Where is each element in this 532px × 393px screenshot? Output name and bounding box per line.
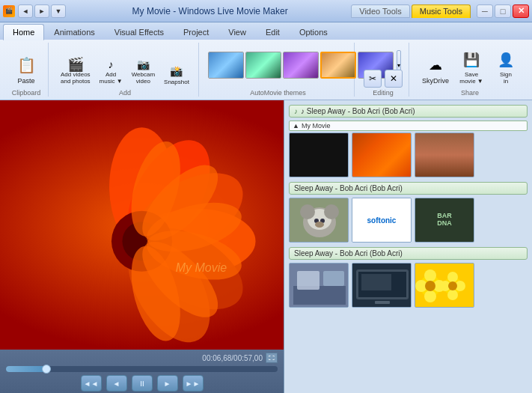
theme2-thumb[interactable] <box>245 52 281 79</box>
svg-point-34 <box>424 269 436 281</box>
close-icon: ✕ <box>518 6 525 16</box>
storyboard-section-2: Sleep Away - Bob Acri (Bob Acri) <box>289 182 528 243</box>
delete-button[interactable]: ✕ <box>385 70 403 88</box>
add-videos-button[interactable]: 🎬 Add videosand photos <box>58 55 94 88</box>
theme2-img <box>246 52 281 78</box>
forward-button[interactable]: ► <box>34 4 49 18</box>
share-group: ☁ SkyDrive 💾 Savemovie ▼ 👤 Signin Share <box>412 43 528 97</box>
dropdown-button[interactable]: ▼ <box>51 4 66 18</box>
tab-view[interactable]: View <box>218 24 256 40</box>
thumb-section3-2[interactable] <box>415 263 474 308</box>
add-music-icon: ♪ <box>103 57 118 72</box>
minimize-button[interactable]: ─ <box>477 4 493 18</box>
nav-buttons[interactable]: ◄ ► ▼ <box>18 4 66 18</box>
video-tools-tab[interactable]: Video Tools <box>351 4 409 18</box>
editing-group-label: Editing <box>373 89 394 97</box>
section2-header: Sleep Away - Bob Acri (Bob Acri) <box>289 182 528 195</box>
svg-rect-26 <box>323 271 344 286</box>
storyboard-panel[interactable]: ♪ ♪ Sleep Away - Bob Acri (Bob Acri) ▲ M… <box>284 100 532 393</box>
sign-in-button[interactable]: 👤 Signin <box>490 46 522 88</box>
webcam-button[interactable]: 📷 Webcamvideo <box>129 55 158 88</box>
save-movie-button[interactable]: 💾 Savemovie ▼ <box>456 46 487 88</box>
theme3-thumb[interactable] <box>283 52 319 79</box>
svg-point-35 <box>424 290 436 302</box>
save-movie-label: Savemovie ▼ <box>459 72 483 85</box>
music-tools-tab[interactable]: Music Tools <box>412 4 471 18</box>
minimize-icon: ─ <box>482 7 488 16</box>
clipboard-group-label: Clipboard <box>12 89 41 97</box>
section3-thumbs <box>289 263 528 308</box>
playback-buttons: ◄◄ ◄ ⏸ ► ►► <box>6 375 278 392</box>
next-frame-icon: ► <box>164 380 171 388</box>
maximize-icon: □ <box>501 7 506 16</box>
seek-handle[interactable] <box>42 365 51 374</box>
tab-options[interactable]: Options <box>290 24 337 40</box>
seek-bar[interactable] <box>6 366 278 372</box>
storyboard-section-1: ♪ ♪ Sleep Away - Bob Acri (Bob Acri) ▲ M… <box>289 105 528 177</box>
back-button[interactable]: ◄ <box>18 4 33 18</box>
paste-button[interactable]: 📋 Paste <box>10 51 42 88</box>
thumb-section2-1[interactable]: s oftonic <box>352 198 412 243</box>
thumb-section2-2[interactable]: BARDNA <box>415 198 474 243</box>
tab-animations[interactable]: Animations <box>44 24 104 40</box>
next-frame-button[interactable]: ► <box>157 375 178 392</box>
fast-forward-button[interactable]: ►► <box>183 375 204 392</box>
thumb-section1-1[interactable] <box>352 132 412 177</box>
thumb-section3-1[interactable] <box>352 263 412 308</box>
webcam-icon: 📷 <box>135 57 150 72</box>
thumb-section3-0[interactable] <box>289 263 349 308</box>
cut-button[interactable]: ✂ <box>364 70 382 88</box>
tab-home[interactable]: Home <box>3 24 44 40</box>
theme1-img <box>209 52 243 78</box>
thumb-section2-0[interactable] <box>289 198 349 243</box>
rewind-icon: ◄◄ <box>84 380 99 388</box>
window-controls[interactable]: ─ □ ✕ <box>477 4 529 18</box>
rewind-button[interactable]: ◄◄ <box>81 375 102 392</box>
preview-video[interactable]: My Movie <box>0 100 284 350</box>
share-group-label: Share <box>461 89 479 97</box>
save-movie-icon: 💾 <box>459 48 483 72</box>
svg-point-44 <box>448 281 457 290</box>
delete-icon: ✕ <box>390 73 397 84</box>
screen-svg <box>352 263 412 308</box>
maximize-button[interactable]: □ <box>495 4 511 18</box>
tab-animations-label: Animations <box>54 28 94 37</box>
share-buttons: ☁ SkyDrive 💾 Savemovie ▼ 👤 Signin <box>418 46 522 88</box>
tab-visual-effects[interactable]: Visual Effects <box>105 24 174 40</box>
tab-project[interactable]: Project <box>174 24 218 40</box>
theme4-img <box>322 53 355 77</box>
close-button[interactable]: ✕ <box>513 4 529 18</box>
tab-project-label: Project <box>183 28 209 37</box>
skydrive-button[interactable]: ☁ SkyDrive <box>418 51 453 88</box>
automovie-themes-group: ▾ AutoMovie themes <box>202 43 355 97</box>
tab-edit[interactable]: Edit <box>256 24 290 40</box>
svg-point-40 <box>447 272 458 282</box>
theme4-thumb[interactable] <box>320 52 356 79</box>
add-videos-icon: 🎬 <box>68 57 83 72</box>
ribbon-tabs[interactable]: Home Animations Visual Effects Project V… <box>0 22 532 40</box>
thumb-section1-0[interactable] <box>289 132 349 177</box>
fullscreen-button[interactable]: ⛶ <box>266 353 278 363</box>
editing-buttons: ✂ ✕ <box>364 70 403 88</box>
back-frame-button[interactable]: ◄ <box>106 375 127 392</box>
svg-point-18 <box>300 204 315 219</box>
section1-header: ♪ ♪ Sleep Away - Bob Acri (Bob Acri) <box>289 105 528 118</box>
skydrive-icon: ☁ <box>424 53 447 77</box>
back-icon: ◄ <box>22 7 29 15</box>
preview-watermark: My Movie <box>176 261 227 275</box>
snapshot-button[interactable]: 📸 Snapshot <box>161 61 192 88</box>
pause-button[interactable]: ⏸ <box>132 375 153 392</box>
app-icon-glyph: 🎬 <box>5 7 13 14</box>
seek-fill <box>6 366 46 372</box>
add-music-button[interactable]: ♪ Addmusic ▼ <box>97 55 126 88</box>
thumb-section1-2[interactable] <box>415 132 474 177</box>
music-tools-label: Music Tools <box>420 7 462 16</box>
add-group-label: Add <box>119 89 131 97</box>
clipboard-group: 📋 Paste Clipboard <box>4 43 49 97</box>
tool-tabs[interactable]: Video Tools Music Tools <box>351 4 471 18</box>
paste-icon: 📋 <box>14 53 38 77</box>
add-inner: 🎬 Add videosand photos ♪ Addmusic ▼ 📷 We… <box>58 43 192 88</box>
svg-rect-25 <box>297 271 319 290</box>
tab-visual-effects-label: Visual Effects <box>114 28 164 37</box>
theme1-thumb[interactable] <box>208 52 244 79</box>
